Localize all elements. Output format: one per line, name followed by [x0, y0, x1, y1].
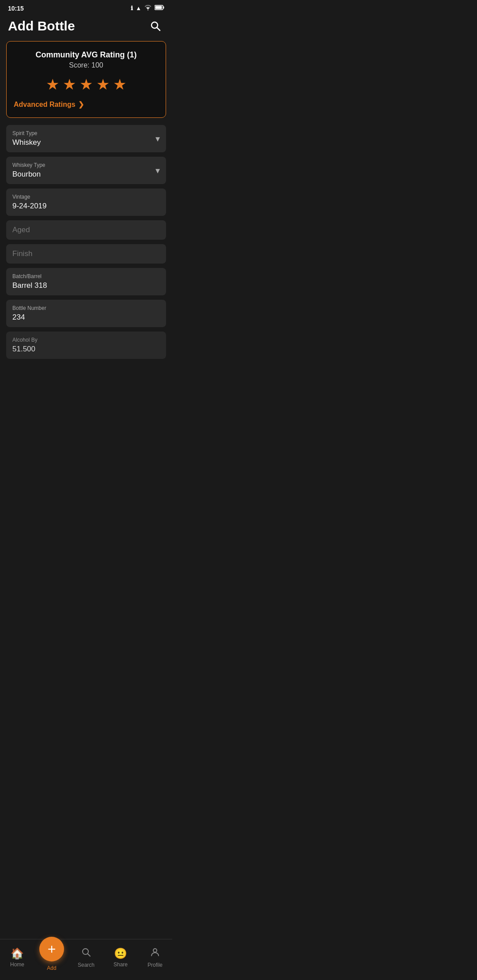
advanced-ratings-link[interactable]: Advanced Ratings ❯ [14, 100, 159, 109]
aged-field[interactable]: Aged [6, 220, 166, 240]
info-icon: ℹ [131, 5, 133, 11]
status-icons: ℹ ▲ [131, 4, 164, 12]
batch-barrel-label: Batch/Barrel [12, 273, 160, 279]
svg-rect-2 [155, 6, 162, 9]
wifi-icon [144, 4, 152, 12]
svg-rect-1 [163, 7, 164, 9]
signal-icon: ▲ [136, 5, 141, 11]
community-rating-card: Community AVG Rating (1) Score: 100 ★ ★ … [6, 41, 166, 118]
whiskey-type-field[interactable]: Whiskey Type Bourbon ▾ [6, 157, 166, 184]
form-fields: Spirit Type Whiskey ▾ Whiskey Type Bourb… [6, 125, 166, 359]
vintage-label: Vintage [12, 194, 160, 200]
star-4: ★ [96, 75, 110, 93]
star-3: ★ [80, 75, 93, 93]
star-2: ★ [63, 75, 76, 93]
alcohol-by-value: 51.500 [12, 345, 160, 354]
star-rating: ★ ★ ★ ★ ★ [14, 75, 159, 93]
bottle-number-value: 234 [12, 313, 160, 322]
finish-field[interactable]: Finish [6, 244, 166, 264]
bottle-number-field[interactable]: Bottle Number 234 [6, 300, 166, 327]
batch-barrel-value: Barrel 318 [12, 281, 160, 290]
finish-placeholder: Finish [12, 249, 160, 258]
vintage-field[interactable]: Vintage 9-24-2019 [6, 188, 166, 216]
spirit-type-dropdown-icon: ▾ [155, 133, 160, 144]
status-bar: 10:15 ℹ ▲ [0, 0, 172, 15]
page-header: Add Bottle [0, 15, 172, 41]
batch-barrel-field[interactable]: Batch/Barrel Barrel 318 [6, 268, 166, 295]
star-1: ★ [46, 75, 59, 93]
chevron-right-icon: ❯ [78, 100, 84, 109]
rating-score: Score: 100 [14, 61, 159, 69]
whiskey-type-dropdown-icon: ▾ [155, 165, 160, 176]
status-time: 10:15 [8, 5, 24, 12]
battery-icon [155, 5, 164, 11]
whiskey-type-label: Whiskey Type [12, 162, 160, 168]
alcohol-by-label: Alcohol By [12, 337, 160, 343]
vintage-value: 9-24-2019 [12, 202, 160, 211]
alcohol-by-field[interactable]: Alcohol By 51.500 [6, 332, 166, 359]
advanced-ratings-label: Advanced Ratings [14, 101, 76, 109]
page-title: Add Bottle [8, 19, 75, 34]
rating-title: Community AVG Rating (1) [14, 50, 159, 60]
svg-line-4 [157, 28, 160, 31]
aged-placeholder: Aged [12, 226, 160, 234]
whiskey-type-value: Bourbon [12, 170, 160, 179]
search-button[interactable] [147, 17, 164, 35]
spirit-type-label: Spirit Type [12, 130, 160, 136]
spirit-type-value: Whiskey [12, 138, 160, 147]
star-5: ★ [113, 75, 126, 93]
bottle-number-label: Bottle Number [12, 305, 160, 311]
spirit-type-field[interactable]: Spirit Type Whiskey ▾ [6, 125, 166, 152]
